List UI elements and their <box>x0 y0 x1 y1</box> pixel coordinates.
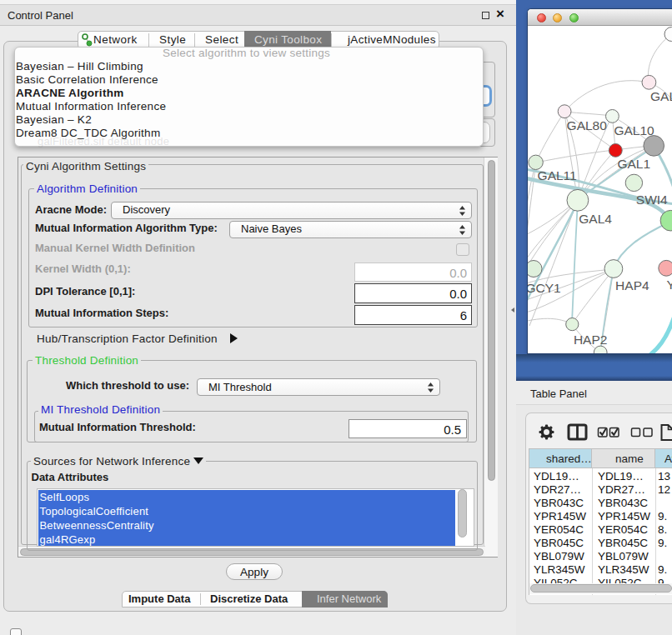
svg-text:GAL2: GAL2 <box>650 89 672 103</box>
svg-text:GAL80: GAL80 <box>567 118 608 132</box>
svg-text:HAP2: HAP2 <box>574 332 608 347</box>
svg-text:YJ: YJ <box>667 278 672 292</box>
svg-text:GCY1: GCY1 <box>528 281 561 295</box>
svg-text:HAP4: HAP4 <box>615 278 649 292</box>
svg-text:GAL11: GAL11 <box>538 168 577 182</box>
svg-text:GAL4: GAL4 <box>579 212 612 226</box>
svg-text:SWI4: SWI4 <box>636 192 668 207</box>
svg-text:GAL10: GAL10 <box>614 123 654 138</box>
svg-text:GAL1: GAL1 <box>617 157 650 171</box>
